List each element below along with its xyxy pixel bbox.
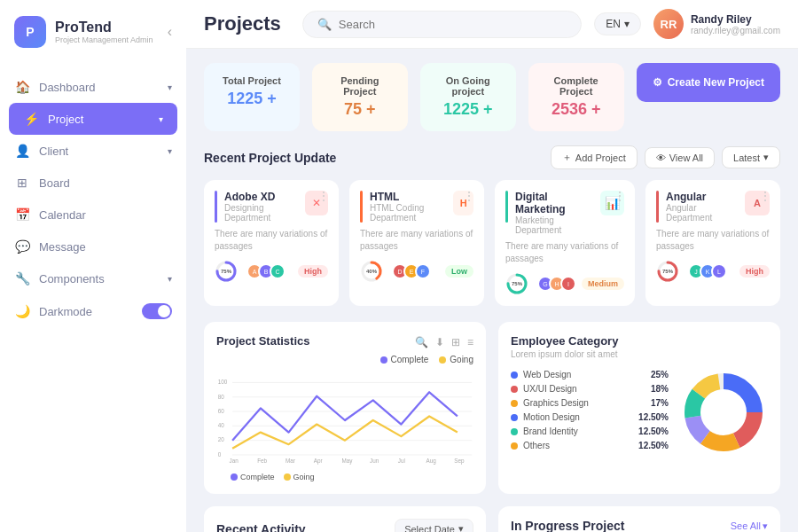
language-button[interactable]: EN ▾ bbox=[594, 12, 641, 35]
add-project-label: Add Project bbox=[575, 153, 626, 163]
avatar: L bbox=[711, 263, 727, 279]
avatar: F bbox=[415, 263, 431, 279]
sidebar-item-project[interactable]: ⚡ Project ▾ bbox=[9, 103, 177, 135]
employee-row: Web Design 25% bbox=[511, 370, 669, 379]
download-icon[interactable]: ⬇ bbox=[435, 336, 444, 348]
project-dept: Marketing Department bbox=[515, 215, 600, 235]
emp-pct: 18% bbox=[651, 384, 669, 394]
see-all-button[interactable]: See All ▾ bbox=[731, 520, 768, 532]
project-name: Angular bbox=[666, 191, 745, 203]
sidebar-item-dashboard[interactable]: 🏠 Dashboard ▾ bbox=[0, 71, 186, 103]
priority-badge: Low bbox=[445, 265, 473, 278]
sidebar-item-label: Message bbox=[39, 240, 172, 254]
project-name: Digital Marketing bbox=[515, 191, 600, 215]
project-card-adobexd: Adobe XD Designing Department ✕ There ar… bbox=[204, 180, 339, 306]
project-name: Adobe XD bbox=[224, 191, 305, 203]
logo-sub: Project Management Admin bbox=[55, 35, 153, 44]
see-all-label: See All bbox=[731, 520, 761, 531]
svg-text:Jul: Jul bbox=[398, 458, 405, 464]
progress-text: 40% bbox=[366, 269, 377, 274]
card-menu-icon[interactable]: ⋮ bbox=[614, 189, 626, 203]
svg-point-36 bbox=[702, 391, 745, 434]
priority-badge: Medium bbox=[582, 278, 624, 290]
employee-subtitle: Lorem ipsum dolor sit amet bbox=[511, 349, 768, 359]
search-bar[interactable]: 🔍 bbox=[302, 11, 582, 38]
sidebar-item-calendar[interactable]: 📅 Calendar bbox=[0, 199, 186, 231]
sidebar-item-message[interactable]: 💬 Message bbox=[0, 231, 186, 262]
svg-text:Aug: Aug bbox=[426, 458, 437, 465]
svg-text:100: 100 bbox=[218, 379, 228, 385]
sidebar-item-label: Board bbox=[39, 176, 172, 190]
emp-pct: 12.50% bbox=[638, 441, 669, 450]
svg-text:Apr: Apr bbox=[314, 458, 323, 465]
emp-label: Brand Identity bbox=[523, 426, 633, 436]
emp-dot bbox=[511, 442, 518, 450]
add-project-button[interactable]: ＋ Add Project bbox=[551, 145, 638, 169]
stat-complete-project: Complete Project 2536 + bbox=[528, 63, 624, 131]
sidebar-item-client[interactable]: 👤 Client ▾ bbox=[0, 135, 186, 167]
list-icon[interactable]: ≡ bbox=[467, 336, 473, 348]
stat-value: 1225 + bbox=[434, 100, 502, 119]
chevron-down-icon: ▾ bbox=[458, 523, 464, 532]
sidebar-item-components[interactable]: 🔧 Components ▾ bbox=[0, 262, 186, 294]
card-menu-icon[interactable]: ⋮ bbox=[317, 189, 330, 203]
stat-ongoing-project: On Going project 1225 + bbox=[420, 63, 516, 131]
svg-text:60: 60 bbox=[218, 408, 225, 414]
zoom-icon[interactable]: 🔍 bbox=[415, 336, 428, 348]
back-arrow-icon[interactable]: ‹ bbox=[168, 24, 172, 40]
svg-text:0: 0 bbox=[218, 451, 222, 458]
project-dept: Angular Department bbox=[666, 203, 745, 223]
progress-text: 75% bbox=[662, 269, 673, 274]
project-footer: 40% D E F Low ⋮ bbox=[360, 260, 473, 283]
statistics-title: Project Statistics bbox=[216, 334, 310, 348]
search-input[interactable] bbox=[339, 18, 567, 31]
plus-icon: ⚙ bbox=[653, 76, 662, 89]
priority-badge: High bbox=[298, 265, 328, 278]
select-date-button[interactable]: Select Date ▾ bbox=[395, 519, 473, 532]
user-name: Randy Riley bbox=[691, 13, 780, 26]
employee-category-card: Employee Category Lorem ipsum dolor sit … bbox=[498, 322, 780, 494]
main-content: Projects 🔍 EN ▾ RR Randy Riley randy.ril… bbox=[186, 0, 798, 532]
project-footer: 75% A B C High ⋮ bbox=[215, 260, 328, 283]
header: Projects 🔍 EN ▾ RR Randy Riley randy.ril… bbox=[186, 0, 798, 49]
svg-text:Sep: Sep bbox=[454, 458, 465, 465]
plus-icon: ＋ bbox=[562, 151, 572, 164]
client-icon: 👤 bbox=[14, 144, 30, 158]
project-desc: There are many variations of passages bbox=[360, 228, 473, 253]
stat-pending-project: Pending Project 75 + bbox=[312, 63, 408, 131]
card-menu-icon[interactable]: ⋮ bbox=[759, 189, 771, 203]
svg-text:20: 20 bbox=[218, 436, 225, 442]
emp-label: Graphics Design bbox=[523, 398, 645, 408]
chevron-down-icon: ▾ bbox=[168, 146, 172, 156]
grid-icon[interactable]: ⊞ bbox=[451, 336, 460, 348]
create-btn-label: Create New Project bbox=[668, 76, 764, 89]
employee-row: Motion Design 12.50% bbox=[511, 412, 669, 422]
card-menu-icon[interactable]: ⋮ bbox=[463, 189, 475, 203]
in-progress-header: In Progress Project See All ▾ bbox=[511, 519, 768, 532]
dashboard-icon: 🏠 bbox=[14, 80, 30, 94]
darkmode-toggle[interactable] bbox=[142, 303, 172, 319]
in-progress-title: In Progress Project bbox=[511, 519, 624, 532]
chevron-down-icon: ▾ bbox=[763, 152, 769, 163]
latest-button[interactable]: Latest ▾ bbox=[722, 146, 780, 168]
avatar: RR bbox=[653, 9, 684, 39]
project-icon: ⚡ bbox=[23, 112, 39, 126]
project-footer: 75% G H I Medium ⋮ bbox=[505, 272, 624, 295]
project-dept: HTML Coding Department bbox=[370, 203, 453, 223]
view-all-button[interactable]: 👁 View All bbox=[645, 147, 715, 168]
logo-icon: P bbox=[14, 16, 46, 48]
svg-text:80: 80 bbox=[218, 394, 225, 400]
sidebar-nav: 🏠 Dashboard ▾ ⚡ Project ▾ 👤 Client ▾ ⊞ B… bbox=[0, 64, 186, 532]
sidebar-item-board[interactable]: ⊞ Board bbox=[0, 167, 186, 199]
dot-going bbox=[284, 473, 291, 481]
progress-text: 75% bbox=[512, 281, 522, 286]
statistics-card: Project Statistics 🔍 ⬇ ⊞ ≡ Complete bbox=[204, 322, 486, 494]
emp-label: Motion Design bbox=[523, 412, 633, 422]
create-project-button[interactable]: ⚙ Create New Project bbox=[637, 63, 780, 102]
stat-title: Pending Project bbox=[326, 75, 394, 97]
avatar: I bbox=[560, 276, 576, 292]
stat-value: 75 + bbox=[326, 100, 394, 119]
complete-label: Complete bbox=[240, 473, 275, 481]
logo-area: P ProTend Project Management Admin ‹ bbox=[0, 0, 186, 64]
dot-complete bbox=[231, 473, 238, 481]
